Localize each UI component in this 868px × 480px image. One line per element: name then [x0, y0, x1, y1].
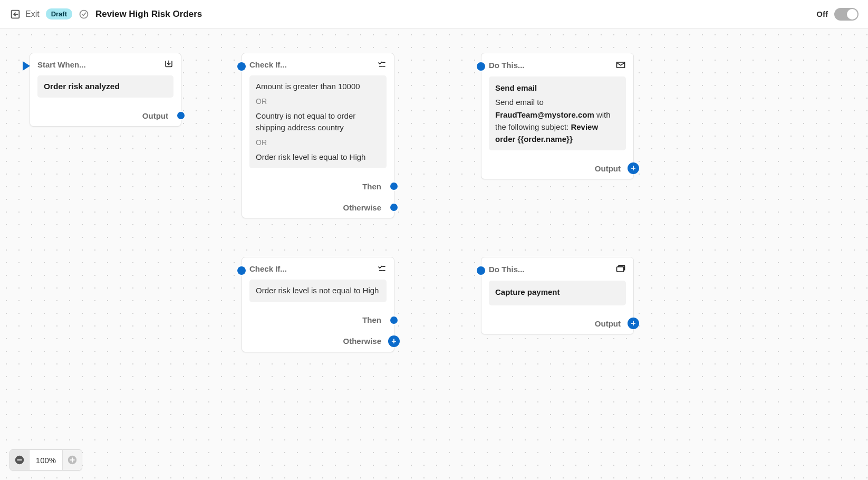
toggle-label: Off [816, 9, 828, 18]
toggle-knob [847, 9, 857, 20]
zoom-out-button[interactable] [10, 450, 29, 470]
action-summary: Send email Send email to FraudTeam@mysto… [489, 76, 626, 150]
page-title: Review High Risk Orders [95, 9, 202, 20]
input-port[interactable] [236, 265, 247, 276]
condition-line: Order risk level is equal to High [256, 151, 380, 164]
node-kind: Do This... [489, 61, 525, 70]
port-then[interactable]: Then [242, 176, 394, 197]
node-kind: Do This... [489, 265, 525, 274]
topbar-right: Off [816, 8, 859, 21]
condition-icon [377, 60, 387, 69]
port-dot[interactable] [389, 203, 399, 212]
svg-rect-17 [72, 457, 73, 462]
topbar-left: Exit Draft Review High Risk Orders [9, 8, 202, 20]
mail-icon [615, 60, 626, 70]
node-header: Check If... [242, 53, 394, 75]
add-port-icon[interactable]: + [628, 162, 639, 174]
node-check-2[interactable]: Check If... Order risk level is not equa… [242, 257, 394, 352]
draft-badge: Draft [46, 8, 72, 20]
check-icon [79, 9, 89, 20]
condition-line: Amount is greater than 10000 [256, 81, 380, 93]
add-port-icon[interactable]: + [628, 318, 639, 329]
condition-block: Order risk level is not equal to High [249, 280, 387, 302]
input-port[interactable] [476, 61, 486, 72]
flow-canvas[interactable]: Start When... Order risk analyzed Output [0, 28, 868, 480]
action-summary: Capture payment [489, 281, 626, 305]
input-port[interactable] [476, 265, 486, 276]
port-output[interactable]: Output + [481, 158, 633, 179]
port-dot[interactable] [389, 181, 399, 191]
node-header: Do This... [481, 53, 633, 76]
add-port-icon[interactable]: + [388, 335, 400, 347]
start-trigger: Order risk analyzed [37, 75, 173, 98]
start-indicator-icon [23, 61, 30, 71]
exit-button[interactable]: Exit [9, 8, 40, 20]
import-icon [164, 60, 173, 69]
port-then[interactable]: Then [242, 310, 394, 331]
port-dot[interactable] [389, 315, 399, 325]
node-do-1[interactable]: Do This... Send email Send email to Frau… [481, 53, 634, 179]
zoom-in-button[interactable] [63, 450, 82, 470]
condition-line: Order risk level is not equal to High [256, 285, 380, 297]
exit-icon [9, 8, 21, 20]
zoom-controls: 100% [9, 449, 82, 471]
node-start[interactable]: Start When... Order risk analyzed Output [30, 53, 181, 127]
node-check-1[interactable]: Check If... Amount is greater than 10000… [242, 53, 394, 218]
node-kind: Check If... [249, 264, 287, 273]
node-kind: Check If... [249, 60, 287, 69]
input-port[interactable] [236, 61, 247, 72]
payment-icon [615, 264, 626, 274]
zoom-value: 100% [29, 450, 63, 470]
port-otherwise[interactable]: Otherwise + [242, 331, 394, 352]
topbar: Exit Draft Review High Risk Orders Off [0, 0, 868, 28]
toggle-switch[interactable] [834, 8, 859, 21]
port-dot[interactable] [176, 111, 186, 120]
port-output[interactable]: Output [30, 105, 181, 126]
node-header: Do This... [481, 257, 633, 281]
port-output[interactable]: Output + [481, 313, 633, 334]
node-do-2[interactable]: Do This... Capture payment Output + [481, 257, 634, 334]
minus-icon [14, 454, 25, 466]
condition-block: Amount is greater than 10000 OR Country … [249, 75, 387, 168]
condition-icon [377, 264, 387, 273]
svg-point-1 [80, 10, 88, 18]
node-header: Check If... [242, 257, 394, 280]
port-otherwise[interactable]: Otherwise [242, 197, 394, 218]
plus-icon [66, 454, 78, 466]
exit-label: Exit [25, 9, 40, 19]
node-header: Start When... [30, 53, 181, 75]
node-kind: Start When... [37, 60, 86, 69]
canvas-layer: Start When... Order risk analyzed Output [0, 28, 868, 480]
condition-line: Country is not equal to order shipping a… [256, 110, 380, 134]
svg-rect-14 [17, 459, 22, 460]
svg-rect-12 [617, 267, 624, 272]
